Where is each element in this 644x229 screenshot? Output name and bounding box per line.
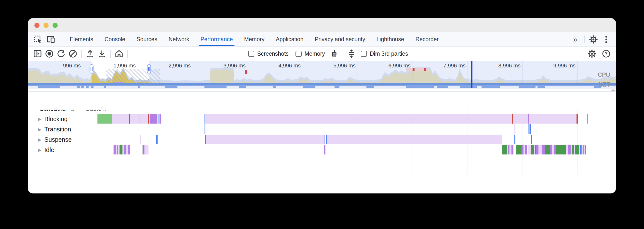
flame-segment[interactable] xyxy=(512,145,514,155)
collapse-triangle-icon[interactable]: ▶ xyxy=(38,127,42,132)
flame-segment[interactable] xyxy=(160,114,161,124)
track-row-label[interactable]: ▶Blocking xyxy=(38,115,68,123)
screenshots-checkbox[interactable]: Screenshots xyxy=(248,50,288,57)
flame-segment[interactable] xyxy=(514,135,516,144)
flame-segment[interactable] xyxy=(512,114,513,124)
flame-segment[interactable] xyxy=(156,135,158,144)
flame-segment[interactable] xyxy=(552,145,554,155)
flame-segment[interactable] xyxy=(140,135,141,144)
flame-segment[interactable] xyxy=(114,145,116,155)
flame-segment[interactable] xyxy=(508,145,510,155)
flame-segment[interactable] xyxy=(204,114,205,124)
inspect-element-icon[interactable] xyxy=(32,34,44,45)
flame-segment[interactable] xyxy=(531,145,534,155)
flame-segment[interactable] xyxy=(148,114,149,124)
upload-profile-icon[interactable] xyxy=(84,48,96,59)
flame-segment[interactable] xyxy=(98,114,112,124)
collapse-triangle-icon[interactable]: ▶ xyxy=(38,137,42,142)
flame-segment[interactable] xyxy=(587,114,588,124)
flame-segment[interactable] xyxy=(326,135,327,144)
flame-segment[interactable] xyxy=(531,135,532,144)
flame-segment[interactable] xyxy=(525,145,527,155)
flame-segment[interactable] xyxy=(538,145,542,155)
flame-segment[interactable] xyxy=(556,145,566,155)
tab-memory[interactable]: Memory xyxy=(238,32,270,46)
track-row-label[interactable]: ▶Transition xyxy=(38,126,71,133)
collapse-triangle-icon[interactable]: ▶ xyxy=(38,147,42,153)
toggle-sidebar-icon[interactable] xyxy=(32,48,44,59)
flame-segment[interactable] xyxy=(522,145,524,155)
flame-segment[interactable] xyxy=(576,114,578,124)
flame-segment[interactable] xyxy=(158,114,159,124)
track-row-suspense[interactable]: ▶Suspense xyxy=(28,134,616,145)
timeline-overview[interactable]: 996 ms1,996 ms2,996 ms3,996 ms4,996 ms5,… xyxy=(28,61,616,88)
flame-segment[interactable] xyxy=(324,145,326,155)
customize-devtools-kebab-icon[interactable] xyxy=(600,34,612,45)
track-row-label[interactable]: ▶Suspense xyxy=(38,136,72,143)
collapse-triangle-icon[interactable]: ▶ xyxy=(38,116,42,122)
track-row-blocking[interactable]: ▶Blocking xyxy=(28,114,616,124)
flame-segment[interactable] xyxy=(515,114,516,124)
tracks-panel[interactable]: ▼ Scheduler — Custom ▶Blocking▶Transitio… xyxy=(28,102,616,175)
record-button[interactable] xyxy=(44,48,55,59)
dim-3rd-parties-checkbox[interactable]: Dim 3rd parties xyxy=(361,50,408,57)
flame-segment[interactable] xyxy=(585,145,586,155)
flame-segment[interactable] xyxy=(205,135,206,144)
flame-segment[interactable] xyxy=(575,145,579,155)
flame-segment[interactable] xyxy=(566,145,568,155)
flame-segment[interactable] xyxy=(128,145,130,155)
flame-segment[interactable] xyxy=(528,114,529,124)
minimize-window-button[interactable] xyxy=(44,23,48,28)
flame-segment[interactable] xyxy=(545,145,550,155)
help-icon[interactable]: ? xyxy=(600,48,612,59)
flame-segment[interactable] xyxy=(124,145,126,155)
track-row-label[interactable]: ▶Idle xyxy=(38,146,54,154)
close-window-button[interactable] xyxy=(34,23,40,28)
flame-segment[interactable] xyxy=(205,135,502,144)
tab-network[interactable]: Network xyxy=(163,32,195,46)
compress-sections-icon[interactable] xyxy=(346,48,357,59)
more-tabs-icon[interactable]: » xyxy=(569,35,582,44)
flame-segment[interactable] xyxy=(536,145,538,155)
memory-checkbox[interactable]: Memory xyxy=(296,50,325,57)
checkbox-box[interactable] xyxy=(248,51,254,57)
flame-segment[interactable] xyxy=(542,145,545,155)
tab-recorder[interactable]: Recorder xyxy=(410,32,444,46)
capture-settings-gear-icon[interactable] xyxy=(586,48,598,59)
flame-segment[interactable] xyxy=(528,145,531,155)
selection-handle-left[interactable] xyxy=(90,64,94,74)
tab-privacy-and-security[interactable]: Privacy and security xyxy=(309,32,371,46)
flame-segment[interactable] xyxy=(120,145,122,155)
download-profile-icon[interactable] xyxy=(96,48,108,59)
record-and-reload-icon[interactable] xyxy=(55,48,67,59)
maximize-window-button[interactable] xyxy=(52,23,58,28)
flame-segment[interactable] xyxy=(514,124,516,134)
tab-performance[interactable]: Performance xyxy=(195,32,238,46)
flame-segment[interactable] xyxy=(516,145,522,155)
selection-handle-right[interactable] xyxy=(147,64,151,74)
flame-segment[interactable] xyxy=(145,145,148,155)
checkbox-box[interactable] xyxy=(296,51,302,57)
flame-segment[interactable] xyxy=(572,145,574,155)
flame-segment[interactable] xyxy=(550,145,552,155)
tab-lighthouse[interactable]: Lighthouse xyxy=(371,32,410,46)
collect-garbage-icon[interactable] xyxy=(328,48,340,59)
tab-application[interactable]: Application xyxy=(270,32,309,46)
tab-sources[interactable]: Sources xyxy=(131,32,163,46)
flame-segment[interactable] xyxy=(554,145,556,155)
flame-segment[interactable] xyxy=(126,145,128,155)
flame-segment[interactable] xyxy=(324,135,324,144)
tab-console[interactable]: Console xyxy=(99,32,131,46)
clear-icon[interactable] xyxy=(67,48,79,59)
flame-segment[interactable] xyxy=(129,114,130,124)
flame-segment[interactable] xyxy=(150,114,157,124)
home-icon[interactable] xyxy=(113,48,125,59)
track-row-idle[interactable]: ▶Idle xyxy=(28,145,616,155)
flame-segment[interactable] xyxy=(568,145,571,155)
settings-gear-icon[interactable] xyxy=(587,34,600,45)
flame-segment[interactable] xyxy=(139,114,140,124)
checkbox-box[interactable] xyxy=(361,51,367,57)
tab-elements[interactable]: Elements xyxy=(64,32,99,46)
flame-segment[interactable] xyxy=(502,145,507,155)
device-toolbar-icon[interactable] xyxy=(44,34,57,45)
